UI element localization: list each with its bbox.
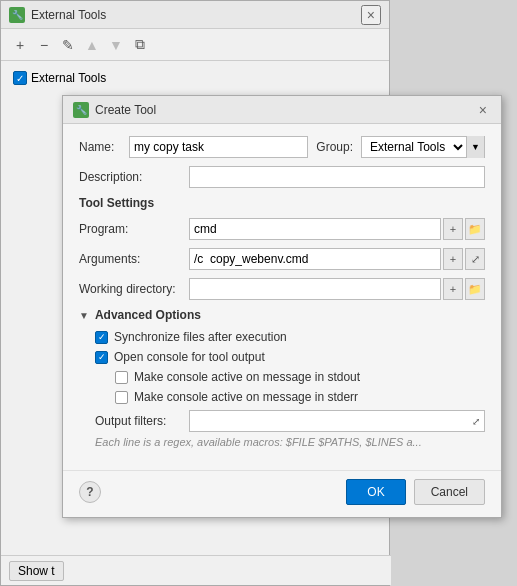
cancel-button[interactable]: Cancel [414, 479, 485, 505]
group-dropdown-button[interactable]: ▼ [466, 136, 484, 158]
move-up-button[interactable]: ▲ [81, 34, 103, 56]
hint-text: Each line is a regex, available macros: … [79, 436, 485, 448]
arguments-row: Arguments: + ⤢ [79, 248, 485, 270]
tree-item-checkbox[interactable] [13, 71, 27, 85]
description-row: Description: [79, 166, 485, 188]
dialog-footer: ? OK Cancel [63, 470, 501, 517]
name-label: Name: [79, 140, 129, 154]
program-browse-button[interactable]: 📁 [465, 218, 485, 240]
working-dir-browse-button[interactable]: 📁 [465, 278, 485, 300]
console-stdout-label: Make console active on message in stdout [134, 370, 360, 384]
edit-tool-button[interactable]: ✎ [57, 34, 79, 56]
dialog-body: Name: Group: External Tools ▼ Descriptio… [63, 124, 501, 470]
arguments-expand-button[interactable]: ⤢ [465, 248, 485, 270]
arguments-input-group: + ⤢ [189, 248, 485, 270]
external-tools-bg-icon: 🔧 [9, 7, 25, 23]
open-console-checkbox[interactable] [95, 351, 108, 364]
tree-area: External Tools [1, 61, 389, 95]
tool-settings-header: Tool Settings [79, 196, 485, 210]
console-stdout-row: Make console active on message in stdout [79, 370, 485, 384]
remove-tool-button[interactable]: − [33, 34, 55, 56]
bg-titlebar: 🔧 External Tools × [1, 1, 389, 29]
tree-item-label: External Tools [31, 71, 106, 85]
bg-titlebar-left: 🔧 External Tools [9, 7, 106, 23]
description-label: Description: [79, 170, 189, 184]
console-stderr-row: Make console active on message in stderr [79, 390, 485, 404]
group-label: Group: [316, 140, 353, 154]
create-tool-dialog: 🔧 Create Tool × Name: Group: External To… [62, 95, 502, 518]
bg-toolbar: + − ✎ ▲ ▼ ⧉ [1, 29, 389, 61]
console-stderr-checkbox[interactable] [115, 391, 128, 404]
arguments-add-button[interactable]: + [443, 248, 463, 270]
program-add-button[interactable]: + [443, 218, 463, 240]
help-button[interactable]: ? [79, 481, 101, 503]
dialog-tool-icon: 🔧 [73, 102, 89, 118]
advanced-options-label: Advanced Options [95, 308, 201, 322]
open-console-label: Open console for tool output [114, 350, 265, 364]
group-select[interactable]: External Tools [362, 139, 466, 155]
bg-close-button[interactable]: × [361, 5, 381, 25]
name-group-row: Name: Group: External Tools ▼ [79, 136, 485, 158]
dialog-title: Create Tool [95, 103, 156, 117]
name-input[interactable] [129, 136, 308, 158]
tree-item[interactable]: External Tools [9, 69, 381, 87]
program-input-group: + 📁 [189, 218, 485, 240]
working-dir-row: Working directory: + 📁 [79, 278, 485, 300]
output-filters-row: Output filters: ⤢ [79, 410, 485, 432]
dialog-titlebar: 🔧 Create Tool × [63, 96, 501, 124]
dialog-title-left: 🔧 Create Tool [73, 102, 156, 118]
working-dir-input[interactable] [189, 278, 441, 300]
move-down-button[interactable]: ▼ [105, 34, 127, 56]
arguments-input[interactable] [189, 248, 441, 270]
dialog-close-button[interactable]: × [475, 102, 491, 118]
bg-bottom: Show t [1, 555, 391, 585]
output-filters-input-wrapper: ⤢ [189, 410, 485, 432]
sync-files-checkbox[interactable] [95, 331, 108, 344]
collapse-arrow-icon: ▼ [79, 310, 89, 321]
ok-button[interactable]: OK [346, 479, 405, 505]
sync-files-label: Synchronize files after execution [114, 330, 287, 344]
working-dir-input-group: + 📁 [189, 278, 485, 300]
output-filters-expand-button[interactable]: ⤢ [468, 411, 484, 431]
sync-files-row: Synchronize files after execution [79, 330, 485, 344]
program-label: Program: [79, 222, 189, 236]
working-dir-label: Working directory: [79, 282, 189, 296]
arguments-label: Arguments: [79, 252, 189, 266]
bg-window-title: External Tools [31, 8, 106, 22]
console-stdout-checkbox[interactable] [115, 371, 128, 384]
show-button[interactable]: Show t [9, 561, 64, 581]
console-stderr-label: Make console active on message in stderr [134, 390, 358, 404]
description-input[interactable] [189, 166, 485, 188]
output-filters-label: Output filters: [95, 414, 189, 428]
working-dir-add-button[interactable]: + [443, 278, 463, 300]
group-select-wrapper: External Tools ▼ [361, 136, 485, 158]
open-console-row: Open console for tool output [79, 350, 485, 364]
program-input[interactable] [189, 218, 441, 240]
copy-tool-button[interactable]: ⧉ [129, 34, 151, 56]
output-filters-input[interactable] [190, 412, 468, 430]
advanced-options-header[interactable]: ▼ Advanced Options [79, 308, 485, 322]
add-tool-button[interactable]: + [9, 34, 31, 56]
program-row: Program: + 📁 [79, 218, 485, 240]
